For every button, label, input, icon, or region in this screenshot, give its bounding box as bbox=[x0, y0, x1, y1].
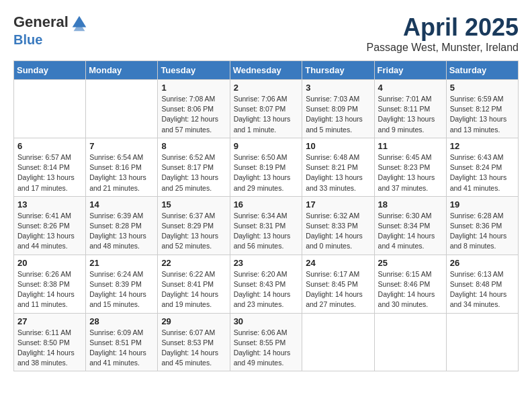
logo-general: General bbox=[13, 13, 69, 30]
week-row-3: 13Sunrise: 6:41 AMSunset: 8:26 PMDayligh… bbox=[14, 196, 519, 255]
day-number: 21 bbox=[89, 258, 154, 268]
month-title: April 2025 bbox=[367, 13, 519, 42]
page-header: General Blue April 2025 Passage West, Mu… bbox=[13, 13, 519, 54]
day-number: 7 bbox=[89, 141, 154, 151]
day-cell: 23Sunrise: 6:20 AMSunset: 8:43 PMDayligh… bbox=[230, 255, 302, 313]
day-number: 18 bbox=[378, 199, 443, 210]
day-detail: Sunrise: 6:52 AMSunset: 8:17 PMDaylight:… bbox=[161, 152, 226, 193]
day-detail: Sunrise: 6:54 AMSunset: 8:16 PMDaylight:… bbox=[89, 152, 154, 193]
day-number: 4 bbox=[378, 83, 443, 93]
day-number: 17 bbox=[306, 199, 370, 210]
day-number: 6 bbox=[17, 141, 82, 151]
day-header-saturday: Saturday bbox=[446, 61, 518, 80]
week-row-1: 1Sunrise: 7:08 AMSunset: 8:06 PMDaylight… bbox=[14, 80, 519, 138]
day-detail: Sunrise: 6:15 AMSunset: 8:46 PMDaylight:… bbox=[378, 269, 443, 310]
day-detail: Sunrise: 6:41 AMSunset: 8:26 PMDaylight:… bbox=[17, 211, 82, 252]
day-cell: 17Sunrise: 6:32 AMSunset: 8:33 PMDayligh… bbox=[302, 196, 374, 255]
day-detail: Sunrise: 7:01 AMSunset: 8:11 PMDaylight:… bbox=[378, 94, 443, 135]
day-detail: Sunrise: 6:28 AMSunset: 8:36 PMDaylight:… bbox=[450, 211, 515, 252]
logo: General Blue bbox=[13, 13, 90, 47]
day-cell bbox=[86, 80, 158, 138]
day-number: 1 bbox=[161, 83, 226, 93]
day-number: 23 bbox=[234, 258, 299, 268]
calendar-body: 1Sunrise: 7:08 AMSunset: 8:06 PMDaylight… bbox=[14, 80, 519, 371]
day-detail: Sunrise: 6:07 AMSunset: 8:53 PMDaylight:… bbox=[161, 328, 226, 369]
day-detail: Sunrise: 6:24 AMSunset: 8:39 PMDaylight:… bbox=[89, 269, 154, 310]
day-cell: 10Sunrise: 6:48 AMSunset: 8:21 PMDayligh… bbox=[302, 138, 374, 196]
day-cell bbox=[374, 313, 446, 371]
day-cell: 18Sunrise: 6:30 AMSunset: 8:34 PMDayligh… bbox=[374, 196, 446, 255]
day-number: 24 bbox=[306, 258, 370, 268]
day-detail: Sunrise: 6:59 AMSunset: 8:12 PMDaylight:… bbox=[450, 94, 515, 135]
day-cell: 22Sunrise: 6:22 AMSunset: 8:41 PMDayligh… bbox=[158, 255, 230, 313]
day-cell: 3Sunrise: 7:03 AMSunset: 8:09 PMDaylight… bbox=[302, 80, 374, 138]
day-detail: Sunrise: 6:43 AMSunset: 8:24 PMDaylight:… bbox=[450, 152, 515, 193]
day-number: 30 bbox=[234, 316, 299, 326]
day-cell bbox=[302, 313, 374, 371]
day-header-tuesday: Tuesday bbox=[158, 61, 230, 80]
day-cell: 12Sunrise: 6:43 AMSunset: 8:24 PMDayligh… bbox=[446, 138, 518, 196]
day-cell bbox=[446, 313, 518, 371]
day-cell: 4Sunrise: 7:01 AMSunset: 8:11 PMDaylight… bbox=[374, 80, 446, 138]
day-detail: Sunrise: 6:48 AMSunset: 8:21 PMDaylight:… bbox=[306, 152, 370, 193]
calendar-table: SundayMondayTuesdayWednesdayThursdayFrid… bbox=[13, 60, 519, 371]
day-cell: 27Sunrise: 6:11 AMSunset: 8:50 PMDayligh… bbox=[14, 313, 86, 371]
day-number: 28 bbox=[89, 316, 154, 326]
day-number: 25 bbox=[378, 258, 443, 268]
day-number: 3 bbox=[306, 83, 370, 93]
day-cell: 1Sunrise: 7:08 AMSunset: 8:06 PMDaylight… bbox=[158, 80, 230, 138]
day-cell: 6Sunrise: 6:57 AMSunset: 8:14 PMDaylight… bbox=[14, 138, 86, 196]
logo-blue-text: Blue bbox=[13, 32, 90, 47]
day-detail: Sunrise: 6:26 AMSunset: 8:38 PMDaylight:… bbox=[17, 269, 82, 310]
day-detail: Sunrise: 6:37 AMSunset: 8:29 PMDaylight:… bbox=[161, 211, 226, 252]
day-cell: 20Sunrise: 6:26 AMSunset: 8:38 PMDayligh… bbox=[14, 255, 86, 313]
day-number: 12 bbox=[450, 141, 515, 151]
day-cell: 26Sunrise: 6:13 AMSunset: 8:48 PMDayligh… bbox=[446, 255, 518, 313]
day-detail: Sunrise: 6:30 AMSunset: 8:34 PMDaylight:… bbox=[378, 211, 443, 252]
day-header-friday: Friday bbox=[374, 61, 446, 80]
day-detail: Sunrise: 6:57 AMSunset: 8:14 PMDaylight:… bbox=[17, 152, 82, 193]
day-detail: Sunrise: 6:50 AMSunset: 8:19 PMDaylight:… bbox=[234, 152, 299, 193]
day-number: 11 bbox=[378, 141, 443, 151]
day-detail: Sunrise: 7:06 AMSunset: 8:07 PMDaylight:… bbox=[234, 94, 299, 135]
week-row-5: 27Sunrise: 6:11 AMSunset: 8:50 PMDayligh… bbox=[14, 313, 519, 371]
day-number: 27 bbox=[17, 316, 82, 326]
day-cell: 15Sunrise: 6:37 AMSunset: 8:29 PMDayligh… bbox=[158, 196, 230, 255]
day-cell: 16Sunrise: 6:34 AMSunset: 8:31 PMDayligh… bbox=[230, 196, 302, 255]
day-detail: Sunrise: 6:11 AMSunset: 8:50 PMDaylight:… bbox=[17, 328, 82, 369]
day-header-thursday: Thursday bbox=[302, 61, 374, 80]
day-header-wednesday: Wednesday bbox=[230, 61, 302, 80]
day-detail: Sunrise: 6:32 AMSunset: 8:33 PMDaylight:… bbox=[306, 211, 370, 252]
day-number: 13 bbox=[17, 199, 82, 210]
day-number: 19 bbox=[450, 199, 515, 210]
day-number: 2 bbox=[234, 83, 299, 93]
day-cell: 5Sunrise: 6:59 AMSunset: 8:12 PMDaylight… bbox=[446, 80, 518, 138]
day-number: 14 bbox=[89, 199, 154, 210]
day-cell: 30Sunrise: 6:06 AMSunset: 8:55 PMDayligh… bbox=[230, 313, 302, 371]
day-cell: 19Sunrise: 6:28 AMSunset: 8:36 PMDayligh… bbox=[446, 196, 518, 255]
day-detail: Sunrise: 6:20 AMSunset: 8:43 PMDaylight:… bbox=[234, 269, 299, 310]
week-row-2: 6Sunrise: 6:57 AMSunset: 8:14 PMDaylight… bbox=[14, 138, 519, 196]
day-header-monday: Monday bbox=[86, 61, 158, 80]
day-detail: Sunrise: 6:45 AMSunset: 8:23 PMDaylight:… bbox=[378, 152, 443, 193]
day-cell: 28Sunrise: 6:09 AMSunset: 8:51 PMDayligh… bbox=[86, 313, 158, 371]
day-number: 26 bbox=[450, 258, 515, 268]
day-cell: 24Sunrise: 6:17 AMSunset: 8:45 PMDayligh… bbox=[302, 255, 374, 313]
day-detail: Sunrise: 6:13 AMSunset: 8:48 PMDaylight:… bbox=[450, 269, 515, 310]
day-detail: Sunrise: 6:22 AMSunset: 8:41 PMDaylight:… bbox=[161, 269, 226, 310]
day-cell: 21Sunrise: 6:24 AMSunset: 8:39 PMDayligh… bbox=[86, 255, 158, 313]
day-cell: 13Sunrise: 6:41 AMSunset: 8:26 PMDayligh… bbox=[14, 196, 86, 255]
day-detail: Sunrise: 6:39 AMSunset: 8:28 PMDaylight:… bbox=[89, 211, 154, 252]
day-detail: Sunrise: 6:17 AMSunset: 8:45 PMDaylight:… bbox=[306, 269, 370, 310]
day-number: 29 bbox=[161, 316, 226, 326]
day-detail: Sunrise: 7:03 AMSunset: 8:09 PMDaylight:… bbox=[306, 94, 370, 135]
title-block: April 2025 Passage West, Munster, Irelan… bbox=[367, 13, 519, 54]
calendar-header-row: SundayMondayTuesdayWednesdayThursdayFrid… bbox=[14, 61, 519, 80]
day-cell: 29Sunrise: 6:07 AMSunset: 8:53 PMDayligh… bbox=[158, 313, 230, 371]
day-number: 10 bbox=[306, 141, 370, 151]
day-detail: Sunrise: 6:06 AMSunset: 8:55 PMDaylight:… bbox=[234, 328, 299, 369]
day-cell: 11Sunrise: 6:45 AMSunset: 8:23 PMDayligh… bbox=[374, 138, 446, 196]
day-detail: Sunrise: 7:08 AMSunset: 8:06 PMDaylight:… bbox=[161, 94, 226, 135]
day-number: 15 bbox=[161, 199, 226, 210]
day-cell: 14Sunrise: 6:39 AMSunset: 8:28 PMDayligh… bbox=[86, 196, 158, 255]
